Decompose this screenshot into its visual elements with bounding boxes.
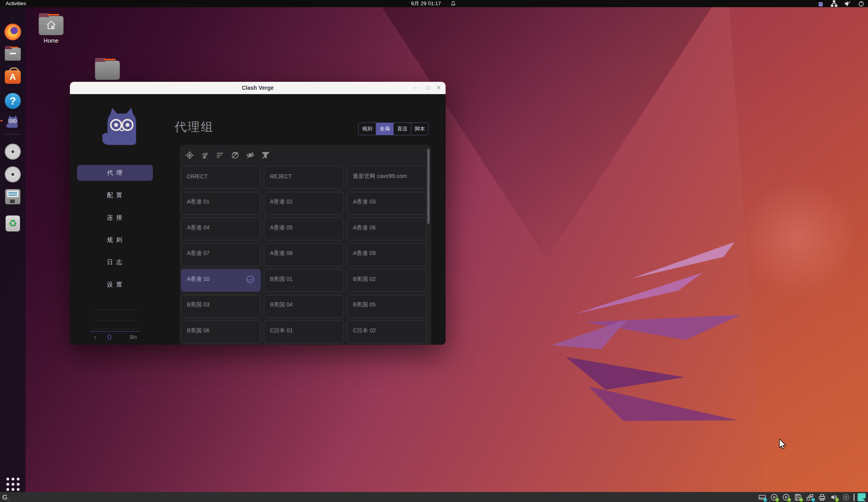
tray-network-icon[interactable] xyxy=(806,493,814,502)
proxy-card-A香港 02[interactable]: A香港 02 xyxy=(264,192,344,215)
dock-item-files[interactable] xyxy=(4,45,22,63)
proxy-card-B美国 06[interactable]: B美国 06 xyxy=(181,320,261,343)
proxy-card-A香港 01[interactable]: A香港 01 xyxy=(181,192,261,215)
proxy-hide-icon[interactable] xyxy=(230,150,240,160)
proxy-card-A香港 03[interactable]: A香港 03 xyxy=(347,192,427,215)
power-icon[interactable] xyxy=(858,0,865,7)
dock-item-ubuntu-software[interactable]: A xyxy=(4,68,22,86)
proxy-card-A香港 06[interactable]: A香港 06 xyxy=(347,217,427,240)
tray-notification-icon[interactable] xyxy=(858,493,866,501)
tab-规则[interactable]: 规则 xyxy=(359,123,376,135)
dock-item-disc[interactable] xyxy=(4,166,22,183)
tab-脚本[interactable]: 脚本 xyxy=(411,123,428,135)
desktop-icon-label: Home xyxy=(44,38,58,44)
proxy-card-label: REJECT xyxy=(270,173,291,180)
proxy-card-label: A香港 08 xyxy=(270,250,293,257)
status-dot xyxy=(835,498,839,502)
tray-hdd-icon[interactable] xyxy=(758,493,767,502)
grid-dot-icon xyxy=(6,483,9,486)
proxy-card-A香港 04[interactable]: A香港 04 xyxy=(181,217,261,240)
proxy-card-A香港 07[interactable]: A香港 07 xyxy=(181,243,261,266)
proxy-card-B美国 04[interactable]: B美国 04 xyxy=(264,295,344,318)
proxy-card-A香港 09[interactable]: A香港 09 xyxy=(347,243,427,266)
proxy-card-label: B美国 05 xyxy=(353,301,376,308)
network-tree-icon[interactable] xyxy=(830,0,838,7)
proxy-card-C日本 01[interactable]: C日本 01 xyxy=(264,320,344,343)
running-indicator xyxy=(0,120,2,122)
vm-tray xyxy=(758,492,866,502)
proxy-card-C日本 02[interactable]: C日本 02 xyxy=(347,320,427,343)
proxy-card-label: B美国 02 xyxy=(353,276,376,283)
desktop-icon-folder[interactable] xyxy=(95,61,120,80)
proxy-card-label: A香港 05 xyxy=(270,224,293,231)
mode-tab-group: 规则全局直连脚本 xyxy=(358,123,429,135)
dock-item-trash[interactable]: ♻ xyxy=(4,215,22,232)
close-button[interactable]: ✕ xyxy=(434,82,444,94)
filter-off-icon[interactable] xyxy=(261,150,270,160)
traffic-gridline xyxy=(93,320,137,320)
sidebar-item-2[interactable]: 连 接 xyxy=(77,209,153,225)
activities-button[interactable]: Activities xyxy=(3,0,28,7)
scrollbar-thumb[interactable] xyxy=(427,149,430,224)
dock-item-floppy[interactable] xyxy=(4,188,22,206)
proxy-card-最新官网 cave99.com[interactable]: 最新官网 cave99.com xyxy=(347,166,427,189)
clash-verge-window: Clash Verge – □ ✕ 代 理配 置连 接规 则日 志设 置 ↑ 0 xyxy=(70,82,446,345)
tray-disc-icon[interactable] xyxy=(782,493,791,502)
sidebar-item-3[interactable]: 规 则 xyxy=(77,232,153,248)
tray-webcam-icon[interactable] xyxy=(842,493,850,502)
vm-status-bar: G 。 xyxy=(0,492,868,502)
maximize-button[interactable]: □ xyxy=(423,82,433,94)
grid-dot-icon xyxy=(17,478,20,480)
window-titlebar[interactable]: Clash Verge – □ ✕ xyxy=(70,82,446,94)
proxy-card-B美国 01[interactable]: B美国 01 xyxy=(264,269,344,292)
eye-off-icon[interactable] xyxy=(246,150,255,160)
sort-icon[interactable] xyxy=(215,150,225,160)
dock-item-firefox[interactable] xyxy=(4,23,22,41)
proxy-card-label: B美国 03 xyxy=(187,301,210,308)
dock: A?♻ xyxy=(0,7,26,492)
clock-label: 8月 29 01:17 xyxy=(411,0,441,7)
dock-item-clash-verge[interactable] xyxy=(4,113,22,130)
tray-disc-icon[interactable] xyxy=(770,493,779,502)
proxy-card-A香港 05[interactable]: A香港 05 xyxy=(264,217,344,240)
dock-item-help[interactable]: ? xyxy=(4,92,22,110)
minimize-button[interactable]: – xyxy=(410,82,421,94)
sidebar-item-4[interactable]: 日 志 xyxy=(77,254,153,270)
sidebar-item-1[interactable]: 配 置 xyxy=(77,187,153,203)
sidebar-item-5[interactable]: 设 置 xyxy=(77,277,153,293)
tray-printer-icon[interactable] xyxy=(818,493,826,502)
volume-muted-icon[interactable] xyxy=(844,0,851,7)
latency-test-icon[interactable] xyxy=(200,150,210,160)
proxy-card-label: A香港 04 xyxy=(187,224,210,231)
grid-dot-icon xyxy=(12,483,14,486)
sidebar-item-label: 规 则 xyxy=(107,236,123,244)
tab-直连[interactable]: 直连 xyxy=(393,123,411,135)
sidebar-item-0[interactable]: 代 理 xyxy=(77,165,153,181)
tray-separator xyxy=(854,494,854,501)
clock-menu[interactable]: 8月 29 01:17 xyxy=(411,0,457,7)
proxy-card-B美国 05[interactable]: B美国 05 xyxy=(347,295,427,318)
traffic-gridline xyxy=(93,309,137,310)
locate-icon[interactable] xyxy=(185,150,194,160)
tab-全局[interactable]: 全局 xyxy=(376,123,393,135)
proxy-card-A香港 10[interactable]: A香港 10 xyxy=(181,269,261,292)
proxy-card-B美国 02[interactable]: B美国 02 xyxy=(347,269,427,292)
sidebar-item-label: 日 志 xyxy=(107,259,123,266)
clash-tray-cat-icon[interactable] xyxy=(817,0,824,7)
system-status-area[interactable] xyxy=(817,0,865,7)
show-applications-button[interactable] xyxy=(4,476,21,492)
proxy-card-A香港 08[interactable]: A香港 08 xyxy=(264,243,344,266)
input-method-indicator[interactable]: G 。 xyxy=(2,492,11,502)
proxy-card-B美国 03[interactable]: B美国 03 xyxy=(181,295,261,318)
wallpaper-spike xyxy=(564,347,686,395)
desktop-icon-home[interactable]: Home xyxy=(39,16,63,44)
proxy-card-REJECT[interactable]: REJECT xyxy=(264,166,344,189)
traffic-gridline xyxy=(93,329,137,329)
proxy-card-DIRECT[interactable]: DIRECT xyxy=(181,166,261,189)
dock-item-disc[interactable] xyxy=(4,143,22,160)
page-title: 代理组 xyxy=(174,119,214,135)
tray-audio-icon[interactable] xyxy=(830,493,838,502)
tray-floppy-icon[interactable] xyxy=(794,493,803,502)
home-folder-icon xyxy=(39,16,63,35)
proxy-card-label: A香港 07 xyxy=(187,250,210,257)
